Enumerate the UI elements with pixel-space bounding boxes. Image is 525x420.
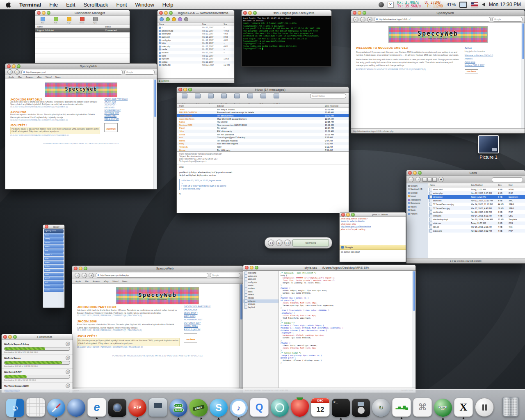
view-switcher[interactable]	[422, 178, 437, 182]
scrollbar-thumb[interactable]	[413, 271, 415, 311]
sidebar-link[interactable]: ADMIN AREA	[184, 325, 238, 327]
scrollbar[interactable]	[153, 79, 157, 189]
reload-button[interactable]: +	[89, 273, 94, 278]
sidebar-item[interactable]: Network	[406, 184, 428, 188]
column-headers[interactable]: NameDateSize	[158, 23, 234, 26]
nucleus-badge[interactable]: nucleus	[104, 123, 118, 132]
forward-button[interactable]: ›	[360, 17, 365, 22]
bookmark-item[interactable]: Yahoo!	[45, 76, 51, 78]
message-row[interactable]: Marek Re: skiny pro Nucleus 9:44 AM	[177, 139, 349, 142]
window-controls[interactable]	[341, 213, 355, 217]
download-item[interactable]: WinCyrix Sapora ✕ Downloading: 11.8 MB o…	[2, 355, 73, 369]
play-button[interactable]: ▶	[276, 240, 283, 246]
file-row[interactable]: extra.css Mar 14, 2005, 5:21 AM 4 KB CSS	[428, 214, 525, 217]
sidebar-link[interactable]: JHCON 2006 PART DEUX	[104, 98, 152, 100]
reload-button[interactable]: +	[367, 17, 372, 22]
sidebar-item[interactable]: logout	[406, 195, 428, 199]
forward-button[interactable]: ›	[14, 69, 20, 75]
window-controls[interactable]	[3, 335, 17, 339]
window-controls[interactable]	[243, 11, 257, 15]
back-button[interactable]: ‹	[409, 177, 414, 182]
scrollbar[interactable]	[239, 284, 243, 388]
x11-dock-icon[interactable]: X	[454, 398, 473, 417]
file-row[interactable]: st-brousse Today, 12:23 PM 8 KB Document	[428, 195, 525, 199]
sidebar-item[interactable]: Macintosh HD	[406, 188, 428, 192]
toolbar-button[interactable]: Sync	[90, 17, 100, 24]
stop-button[interactable]: ✕	[66, 356, 70, 360]
sidebar-item[interactable]: Music	[406, 209, 428, 212]
adium-away-dock-icon[interactable]: AWAY	[187, 397, 209, 418]
forward-button[interactable]: ›	[82, 273, 87, 278]
sidebar-item[interactable]: Applications	[406, 198, 428, 202]
scrollbar[interactable]	[412, 271, 415, 388]
terminal-output[interactable]: Last login: Tue Nov 13 12:27:40 on ttyp1…	[242, 16, 331, 66]
volume-menu-icon[interactable]	[482, 2, 485, 7]
ipod-dock-icon[interactable]	[352, 399, 370, 417]
message-row[interactable]: eBay Your item has shipped 9:21 AM	[177, 142, 349, 146]
contact-row[interactable]: lenka	[44, 265, 64, 268]
displays-menu-icon[interactable]	[459, 2, 467, 8]
file-row[interactable]: zaloha.zip Nov 12, 2007 1.2 MB	[158, 64, 234, 67]
picture-file-icon[interactable]	[478, 135, 499, 153]
contact-row[interactable]: mira	[44, 273, 64, 276]
title-bar[interactable]: logout1-2-6 — /www/absolventima	[158, 10, 234, 16]
contact-row[interactable]: cendy	[44, 237, 64, 241]
globe-browser-dock-icon[interactable]	[67, 399, 85, 417]
trash-dock-icon[interactable]	[502, 397, 519, 417]
title-bar[interactable]: Inbox (14 messages)	[177, 87, 349, 93]
nucleus-badge[interactable]: nucleus	[184, 333, 197, 342]
back-button[interactable]: ‹	[353, 17, 358, 22]
menu-clock[interactable]: Mon 12:30 PM	[489, 2, 521, 7]
post-meta[interactable]: 11.11.2007 21:02 | JEHOR | PERMALINK | C…	[10, 119, 100, 121]
message-row[interactable]: MAILER-DAEMON Returned mail: see transcr…	[177, 111, 349, 114]
finder-column-headers[interactable]: NameDate ModifiedSizeKind	[428, 183, 525, 187]
contact-row[interactable]: katka	[44, 261, 64, 265]
nucleus-badge[interactable]: nucleus	[465, 69, 478, 73]
keyboard-dock-icon[interactable]	[26, 398, 45, 417]
file-row[interactable]: style.css Oct 13, 2007 12 KB	[158, 57, 234, 61]
contact-row[interactable]: bara	[44, 233, 64, 237]
sidebar-heading[interactable]: Jehor	[465, 47, 520, 50]
title-bar[interactable]: speccy	[43, 225, 64, 229]
contact-row[interactable]: filip	[44, 249, 64, 253]
window-controls[interactable]	[159, 11, 173, 15]
safari-dock-icon[interactable]	[47, 399, 65, 417]
sidebar-link[interactable]: OCTOBER 2007	[184, 322, 238, 324]
title-bar[interactable]: Connection Manager	[35, 10, 130, 16]
message-column-headers[interactable]: FromSubjectDate Received	[177, 104, 349, 108]
play-icon[interactable]: ▶	[159, 80, 161, 82]
next-track-button[interactable]: ►►	[284, 240, 291, 246]
search-field[interactable]: Google	[210, 273, 240, 278]
bookmark-item[interactable]: Yahoo!	[112, 280, 118, 283]
file-row[interactable]: atom.xml Oct 13, 2007 8 KB	[158, 36, 234, 39]
back-button[interactable]: ‹	[75, 273, 80, 278]
post-title[interactable]: JSOU ZPĚT !	[10, 124, 100, 127]
message-row[interactable]: Tereza S. fotky 9:12 AM	[177, 145, 349, 148]
drawer-file-item[interactable]: style.css	[243, 299, 278, 303]
bookmark-item[interactable]: Amazon	[93, 280, 100, 283]
window-controls[interactable]	[353, 11, 366, 15]
toolbar-button[interactable]: Delete	[77, 17, 87, 24]
network-monitor-dock-icon[interactable]: 2.3 K 19.9 K	[169, 399, 187, 417]
drawer-file-item[interactable]: index.php	[243, 272, 278, 275]
sidebar-link[interactable]: NOVEMBER 2007	[184, 318, 238, 321]
activity-monitor-dock-icon[interactable]: ▂▅▃▇▄	[392, 398, 411, 417]
scrollbar-thumb[interactable]	[522, 23, 524, 59]
post-title[interactable]: JHCON 2006	[77, 320, 180, 323]
ftp-toolbar[interactable]	[158, 16, 234, 23]
drawer-file-item[interactable]: skins	[243, 290, 278, 294]
stop-button[interactable]: ✕	[66, 342, 70, 346]
post-meta[interactable]: 13.11.2007 19:35 | JEHOR | PERMALINK | C…	[10, 106, 100, 108]
post-title[interactable]: JSOU ZPĚT !	[77, 334, 180, 338]
sidebar-item[interactable]: Movies	[406, 205, 428, 209]
post-meta[interactable]: 13.11.2007 19:35 | JEHOR | PERMALINK | C…	[77, 315, 180, 317]
sidebar-link[interactable]: Nucleus CMS © 2007	[465, 64, 520, 66]
toolbar-button[interactable]: Dupl.	[64, 17, 74, 24]
file-row[interactable]: about.html Today, 11:02 AM 4 KB HTML	[428, 187, 525, 191]
server-vnc-dock-icon[interactable]: ServerVNC	[434, 399, 452, 417]
sidebar-item[interactable]: Documents	[406, 202, 428, 205]
menu-scrollback[interactable]: Scrollback	[84, 2, 108, 8]
contact-row[interactable]: dexter	[44, 241, 64, 245]
sidebar-link[interactable]: ARCHIVES	[184, 315, 238, 317]
previous-track-button[interactable]: ◄◄	[268, 240, 274, 246]
